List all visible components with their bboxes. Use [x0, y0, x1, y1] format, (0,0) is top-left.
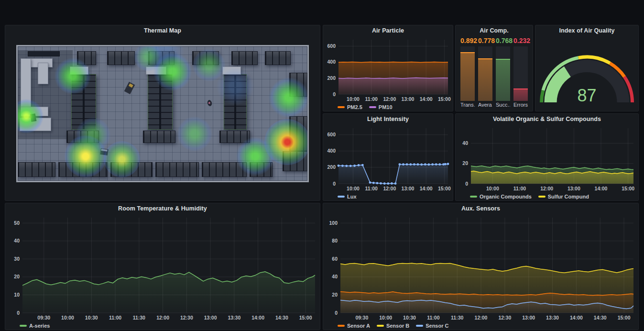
legend-swatch — [538, 196, 546, 198]
counter — [146, 66, 166, 75]
legend-swatch — [338, 106, 345, 108]
svg-text:11:00: 11:00 — [513, 186, 526, 191]
panel-light-intensity: Light Intensity 020040060010:0011:0012:0… — [323, 113, 453, 201]
legend-swatch — [20, 325, 27, 327]
legend-item[interactable]: A-series — [20, 323, 50, 329]
legend-item[interactable]: Sensor B — [377, 323, 409, 329]
svg-text:50: 50 — [14, 220, 20, 226]
panel-air-comp: Air Comp. 0.892Trans…0.778Avera…0.768Suc… — [455, 25, 533, 111]
svg-text:14:30: 14:30 — [275, 315, 288, 320]
panel-title-room-temp[interactable]: Room Temperature & Humidity — [5, 203, 320, 214]
shelf-row — [148, 51, 175, 66]
svg-text:13:00: 13:00 — [204, 315, 217, 320]
svg-text:12:30: 12:30 — [498, 315, 511, 320]
svg-text:400: 400 — [327, 59, 336, 65]
bar-gauge-label: Succ… — [496, 101, 510, 109]
legend-item[interactable]: Organic Compounds — [470, 194, 532, 199]
shelf-row — [231, 51, 258, 66]
bar-gauge-value: 0.768 — [496, 37, 510, 46]
light-intensity-legend: Lux — [323, 192, 453, 200]
svg-text:11:00: 11:00 — [365, 186, 378, 191]
shelf-row — [289, 73, 307, 97]
svg-text:13:00: 13:00 — [402, 186, 415, 191]
bar-gauge-value: 0.892 — [460, 37, 475, 46]
svg-text:12:00: 12:00 — [156, 315, 169, 320]
svg-text:10:00: 10:00 — [486, 186, 499, 191]
legend-swatch — [416, 325, 423, 327]
svg-text:15:00: 15:00 — [618, 315, 631, 320]
svg-text:14:30: 14:30 — [594, 315, 607, 320]
panel-title-voc[interactable]: Volatile Organic & Sulfur Compounds — [456, 114, 638, 124]
svg-text:13:00: 13:00 — [522, 315, 535, 320]
bar-gauge-label: Trans… — [460, 101, 475, 109]
panel-title-air-comp[interactable]: Air Comp. — [456, 25, 533, 36]
svg-text:10:30: 10:30 — [403, 315, 416, 320]
svg-text:12:00: 12:00 — [383, 96, 396, 102]
svg-text:15:00: 15:00 — [438, 96, 451, 102]
bar-gauge-fill — [496, 59, 510, 101]
legend-item[interactable]: PM10 — [369, 104, 393, 110]
panel-title-aux-sensors[interactable]: Aux. Sensors — [323, 203, 638, 214]
legend-item[interactable]: Lux — [338, 194, 357, 199]
shelf-row — [58, 162, 108, 177]
svg-text:14:00: 14:00 — [570, 315, 583, 320]
svg-text:11:30: 11:30 — [133, 315, 145, 320]
svg-text:12:00: 12:00 — [540, 186, 553, 191]
shelf-row — [289, 116, 307, 151]
bar-gauge-fill — [513, 88, 528, 101]
panel-title-air-quality[interactable]: Index of Air Quality — [535, 25, 638, 36]
svg-text:600: 600 — [327, 43, 336, 49]
rack-end-cap — [219, 131, 250, 143]
svg-text:14:00: 14:00 — [251, 315, 264, 320]
panel-title-thermal-map[interactable]: Thermal Map — [5, 25, 320, 36]
bar-gauge-column: 0.232Errors — [513, 37, 528, 109]
svg-text:10:30: 10:30 — [85, 315, 98, 320]
svg-text:13:30: 13:30 — [228, 315, 240, 320]
air-comp-bar-gauge: 0.892Trans…0.778Avera…0.768Succ…0.232Err… — [456, 36, 533, 111]
storage-rack — [224, 74, 246, 130]
rack-end-cap — [66, 131, 99, 143]
rack-end-cap — [143, 131, 175, 143]
shelf-row — [77, 51, 96, 66]
panel-voc: Volatile Organic & Sulfur Compounds 0204… — [455, 113, 639, 201]
svg-text:10:00: 10:00 — [61, 315, 74, 320]
room-temp-chart: 0102030405009:3010:0010:3011:0011:3012:0… — [5, 214, 320, 321]
panel-air-quality: Index of Air Quality 87 — [535, 25, 639, 111]
shelf-row — [110, 162, 153, 177]
svg-text:200: 200 — [327, 164, 336, 170]
legend-item[interactable]: Sulfur Compund — [538, 194, 589, 199]
svg-text:100: 100 — [329, 220, 338, 226]
legend-swatch — [338, 196, 345, 198]
bar-gauge-value: 0.778 — [478, 37, 492, 46]
svg-text:400: 400 — [327, 148, 336, 154]
svg-text:600: 600 — [327, 132, 336, 137]
svg-text:20: 20 — [14, 274, 20, 279]
air-particle-chart: 020040060010:0011:0012:0013:0014:0015:00 — [323, 36, 453, 103]
svg-text:09:30: 09:30 — [37, 315, 50, 320]
panel-air-particle: Air Particle 020040060010:0011:0012:0013… — [323, 25, 453, 111]
svg-text:12:30: 12:30 — [180, 315, 193, 320]
gauge-value: 87 — [577, 86, 596, 105]
legend-item[interactable]: PM2.5 — [338, 104, 362, 110]
person-object — [207, 99, 212, 107]
counter — [222, 66, 241, 75]
shelf-row — [192, 51, 219, 66]
shelf-row — [250, 162, 273, 177]
legend-item[interactable]: Sensor A — [338, 323, 370, 329]
bar-gauge-label: Avera… — [478, 101, 492, 109]
legend-swatch — [470, 196, 477, 198]
svg-text:0: 0 — [17, 310, 20, 316]
svg-text:0: 0 — [333, 181, 336, 187]
shelf-row — [107, 51, 135, 66]
bar-gauge-label: Errors — [513, 101, 528, 109]
bar-gauge-track — [496, 46, 510, 101]
counter — [38, 63, 48, 84]
shelf-row — [155, 162, 199, 177]
air-particle-legend: PM2.5PM10 — [323, 103, 453, 111]
svg-text:80: 80 — [332, 238, 338, 243]
svg-text:11:30: 11:30 — [451, 315, 463, 320]
legend-item[interactable]: Sensor C — [416, 323, 448, 329]
panel-title-air-particle[interactable]: Air Particle — [323, 25, 453, 36]
work-table — [28, 51, 60, 56]
panel-title-light-intensity[interactable]: Light Intensity — [323, 114, 453, 124]
